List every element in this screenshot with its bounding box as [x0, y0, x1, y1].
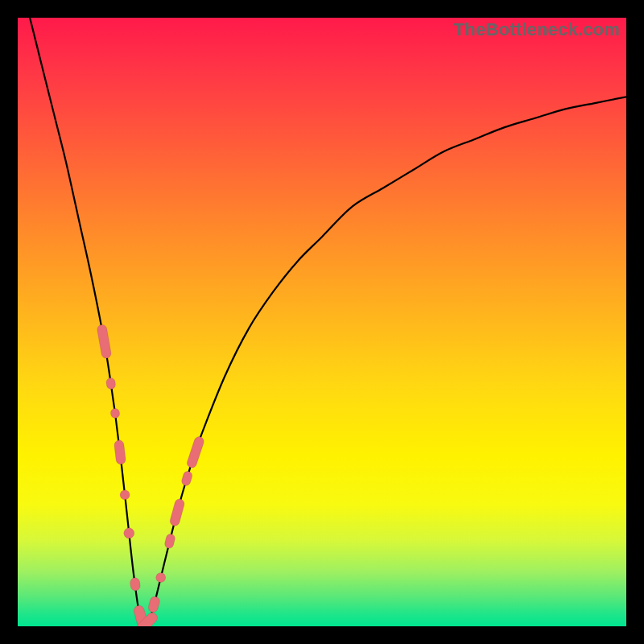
data-point-marker — [180, 470, 193, 486]
bottleneck-curve — [30, 18, 626, 626]
data-point-marker — [124, 528, 134, 539]
data-point-markers — [97, 324, 205, 626]
data-point-marker — [110, 408, 120, 419]
data-point-marker — [114, 440, 126, 464]
data-point-marker — [156, 573, 166, 583]
data-point-marker — [169, 498, 186, 527]
data-point-marker — [163, 533, 175, 549]
data-point-marker — [105, 378, 116, 390]
bottleneck-chart — [18, 18, 626, 626]
data-point-marker — [120, 490, 130, 500]
data-point-marker — [130, 577, 141, 591]
watermark-text: TheBottleneck.com — [454, 19, 620, 40]
data-point-marker — [147, 596, 161, 613]
data-point-marker — [97, 324, 112, 358]
chart-plot-area: TheBottleneck.com — [18, 18, 626, 626]
data-point-marker — [186, 436, 205, 469]
